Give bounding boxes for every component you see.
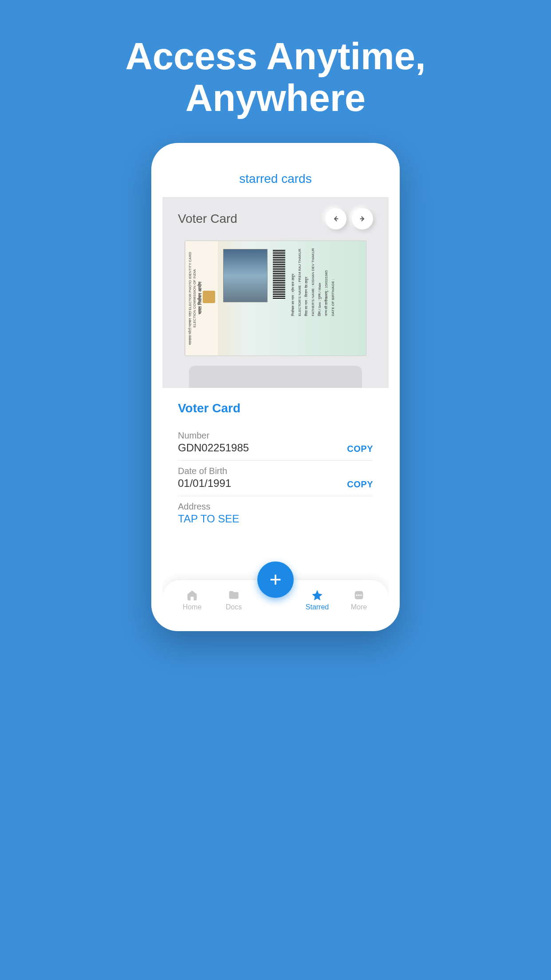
emblem-icon [203,291,215,303]
nav-starred[interactable]: Starred [302,589,333,611]
plus-icon [268,572,283,587]
svg-point-1 [356,594,358,596]
hero-line2: Anywhere [125,77,425,119]
carousel-nav [325,208,373,229]
nav-label: Starred [306,603,329,611]
add-card-fab[interactable] [257,561,294,598]
detail-label: Number [178,431,249,441]
arrow-left-icon [332,215,340,223]
detail-label: Address [178,502,239,512]
detail-row-address: Address TAP TO SEE [178,496,373,531]
hero-title: Access Anytime, Anywhere [125,36,425,119]
card-header: Voter Card [162,208,389,241]
detail-label: Date of Birth [178,466,231,476]
elector-photo [223,249,268,302]
detail-left: Address TAP TO SEE [178,502,239,525]
phone-screen: starred cards Voter Card मतदाता फोटो पहच… [162,154,389,620]
details-title: Voter Card [178,401,373,415]
detail-value: 01/01/1991 [178,477,231,490]
nav-label: More [351,603,367,611]
detail-value: GDN02251985 [178,442,249,454]
nav-label: Docs [226,603,242,611]
nav-docs[interactable]: Docs [218,589,249,611]
home-icon [186,589,198,601]
nav-more[interactable]: More [343,589,374,611]
barcode-icon [273,250,285,299]
copy-number-button[interactable]: COPY [347,444,373,454]
card-carousel-section: Voter Card मतदाता फोटो पहचान पत्र ELECTO… [162,197,389,388]
svg-point-3 [360,594,362,596]
arrow-right-icon [358,215,366,223]
card-text-block: निर्वाचक का नाम : प्रेम राज ठाकुर ELECTO… [291,246,361,318]
next-card-preview [189,366,362,388]
prev-card-button[interactable] [325,208,346,229]
folder-icon [228,589,240,601]
barcode-col [272,250,286,299]
svg-point-2 [358,594,360,596]
star-icon [311,589,323,601]
hero-line1: Access Anytime, [125,36,425,77]
more-icon [353,589,365,601]
voter-card-image[interactable]: मतदाता फोटो पहचान पत्र ELECTOR PHOTO IDE… [185,241,366,356]
tap-to-see-button[interactable]: TAP TO SEE [178,513,239,525]
detail-left: Number GDN02251985 [178,431,249,454]
nav-home[interactable]: Home [177,589,208,611]
next-card-button[interactable] [352,208,373,229]
card-body: निर्वाचक का नाम : प्रेम राज ठाकुर ELECTO… [218,241,366,356]
card-type-label: Voter Card [178,212,237,226]
detail-row-dob: Date of Birth 01/01/1991 COPY [178,461,373,496]
copy-dob-button[interactable]: COPY [347,479,373,490]
detail-left: Date of Birth 01/01/1991 [178,466,231,490]
detail-row-number: Number GDN02251985 COPY [178,425,373,461]
nav-label: Home [183,603,202,611]
card-org-strip: मतदाता फोटो पहचान पत्र ELECTOR PHOTO IDE… [185,241,218,356]
phone-frame: starred cards Voter Card मतदाता फोटो पहच… [151,143,400,631]
page-title: starred cards [162,154,389,197]
